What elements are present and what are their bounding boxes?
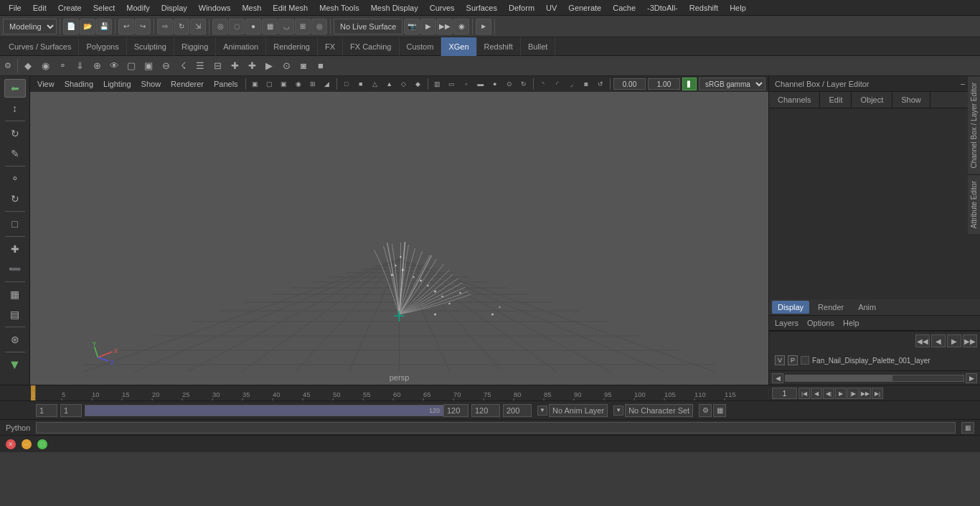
rp-sub-tab-render[interactable]: Render (812, 301, 849, 314)
redo-btn[interactable]: ↪ (135, 19, 151, 34)
rp-layers-tab[interactable]: Layers (772, 317, 801, 329)
rp-tab-channels[interactable]: Channels (769, 92, 820, 108)
tab-rendering[interactable]: Rendering (266, 37, 318, 56)
more-btn[interactable]: ► (476, 19, 491, 34)
vp-light-5[interactable]: ↺ (594, 78, 607, 90)
vp-light-2[interactable]: ◜ (551, 78, 564, 90)
tab-animation[interactable]: Animation (216, 37, 266, 56)
menu-modify[interactable]: Modify (121, 2, 155, 14)
side-label-attribute-editor[interactable]: Attribute Editor (968, 174, 980, 234)
menu-3dtall[interactable]: -3DtoAll- (641, 2, 684, 14)
vp-render-7[interactable]: ↻ (517, 78, 530, 90)
status-playback-range[interactable]: 200 (503, 404, 532, 417)
menu-redshift[interactable]: Redshift (684, 2, 724, 14)
playback-prev-btn[interactable]: ◀ (811, 388, 822, 399)
menu-deform[interactable]: Deform (503, 2, 540, 14)
vertex-btn[interactable]: ⚬ (4, 169, 26, 188)
vp-cam-5[interactable]: ⊞ (306, 78, 319, 90)
shelf-btn-6[interactable]: 👁 (105, 58, 123, 74)
shelf-btn-10[interactable]: ☇ (174, 58, 192, 74)
shelf-btn-15[interactable]: ▶ (260, 58, 278, 74)
vp-cam-2[interactable]: ▢ (263, 78, 276, 90)
tab-polygons[interactable]: Polygons (79, 37, 126, 56)
menu-uv[interactable]: UV (540, 2, 562, 14)
shelf-btn-1[interactable]: ◆ (19, 58, 37, 74)
vp-light-1[interactable]: ◝ (537, 78, 550, 90)
shelf-btn-3[interactable]: ⚬ (54, 58, 71, 74)
status-settings-btn[interactable]: ⚙ (699, 404, 712, 417)
workspace-select[interactable]: Modeling (3, 19, 57, 34)
status-playback-end[interactable]: 120 (471, 404, 500, 417)
display-btn[interactable]: ◉ (453, 19, 469, 34)
vp-cam-3[interactable]: ▣ (278, 78, 291, 90)
vp-menu-shading[interactable]: Shading (60, 78, 98, 90)
side-label-channel-box[interactable]: Channel Box / Layer Editor (968, 76, 980, 174)
scale-tool-btn[interactable]: ⇲ (190, 19, 206, 34)
undo-btn[interactable]: ↩ (118, 19, 134, 34)
rp-options-tab[interactable]: Options (804, 317, 837, 329)
menu-file[interactable]: File (3, 2, 27, 14)
shelf-btn-5[interactable]: ⊕ (88, 58, 105, 74)
menu-edit[interactable]: Edit (27, 2, 52, 14)
layer-next-btn[interactable]: ▶ (947, 334, 961, 347)
vp-display-4[interactable]: ▲ (383, 78, 396, 90)
menu-generate[interactable]: Generate (562, 2, 607, 14)
shelf-btn-8[interactable]: ▣ (140, 58, 157, 74)
shelf-btn-14[interactable]: ✚ (243, 58, 260, 74)
layer-p-checkbox[interactable]: P (788, 355, 798, 365)
shelf-gear-btn[interactable]: ⚙ (0, 58, 16, 74)
soft-select[interactable]: ● (245, 19, 261, 34)
shelf-btn-4[interactable]: ⇓ (71, 58, 88, 74)
camera-btn[interactable]: 📷 (404, 19, 420, 34)
shelf-btn-13[interactable]: ✚ (226, 58, 243, 74)
anim-layer-dropdown[interactable]: ▼ (537, 406, 547, 416)
lasso-select-btn[interactable]: ↻ (4, 124, 26, 143)
layer-prev-btn[interactable]: ◀ (931, 334, 946, 347)
snap-btn[interactable]: ⊛ (4, 330, 26, 349)
vp-cam-1[interactable]: ▣ (249, 78, 262, 90)
tab-bullet[interactable]: Bullet (521, 37, 556, 56)
menu-mesh-tools[interactable]: Mesh Tools (314, 2, 364, 14)
vp-display-3[interactable]: △ (369, 78, 382, 90)
rp-help-tab[interactable]: Help (840, 317, 862, 329)
tab-rigging[interactable]: Rigging (174, 37, 216, 56)
paint-select-btn[interactable]: ✎ (4, 144, 26, 163)
scrollbar-right-btn[interactable]: ▶ (966, 373, 977, 383)
render-btn[interactable]: ▶ (420, 19, 436, 34)
window-minimize-btn[interactable]: – (22, 439, 32, 449)
vp-light-4[interactable]: ◙ (580, 78, 593, 90)
menu-edit-mesh[interactable]: Edit Mesh (267, 2, 314, 14)
menu-windows[interactable]: Windows (193, 2, 237, 14)
select-paint[interactable]: ◌ (229, 19, 245, 34)
tab-curves-surfaces[interactable]: Curves / Surfaces (1, 37, 79, 56)
char-set-dropdown[interactable]: ▼ (613, 406, 623, 416)
snap-point[interactable]: ⊞ (295, 19, 311, 34)
snap-view[interactable]: ◎ (311, 19, 327, 34)
menu-curves[interactable]: Curves (424, 2, 461, 14)
playback-prev-frame-btn[interactable]: ◀| (823, 388, 834, 399)
tab-fx-caching[interactable]: FX Caching (343, 37, 399, 56)
status-frame-start[interactable]: 1 (36, 404, 57, 417)
shelf-btn-7[interactable]: ▢ (123, 58, 140, 74)
coord-y-field[interactable] (648, 78, 680, 90)
rp-tab-object[interactable]: Object (852, 92, 892, 108)
new-scene-btn[interactable]: 📄 (63, 19, 79, 34)
shelf-btn-11[interactable]: ☰ (192, 58, 209, 74)
panel-minimize-btn[interactable]: – (961, 79, 965, 88)
scrollbar-track[interactable] (785, 375, 964, 382)
minus-btn[interactable]: ➖ (4, 260, 26, 278)
menu-help[interactable]: Help (724, 2, 752, 14)
vp-cam-4[interactable]: ◉ (292, 78, 305, 90)
playback-play-btn[interactable]: ▶ (835, 388, 847, 399)
playback-start-btn[interactable]: |◀ (798, 388, 810, 399)
rect-select-btn[interactable]: □ (4, 215, 26, 233)
vp-light-3[interactable]: ◞ (565, 78, 578, 90)
grid-btn[interactable]: ▦ (4, 285, 26, 304)
shelf-btn-2[interactable]: ◉ (37, 58, 54, 74)
canvas-area[interactable]: X Y Z (30, 92, 768, 385)
snap-curve[interactable]: ◡ (278, 19, 294, 34)
render-seq-btn[interactable]: ▶▶ (437, 19, 453, 34)
vp-menu-panels[interactable]: Panels (209, 78, 242, 90)
timeline-numbers-area[interactable]: 1 5 10 15 20 25 30 35 40 45 50 (30, 385, 768, 399)
menu-cache[interactable]: Cache (607, 2, 641, 14)
